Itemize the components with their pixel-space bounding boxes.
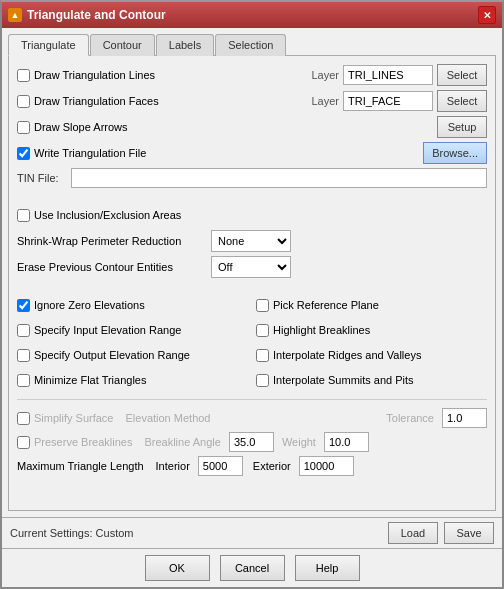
- main-window: ▲ Triangulate and Contour ✕ Triangulate …: [0, 0, 504, 589]
- setup-button[interactable]: Setup: [437, 116, 487, 138]
- checkboxes-two-col: Ignore Zero Elevations Specify Input Ele…: [17, 294, 487, 391]
- draw-slope-row: Draw Slope Arrows Setup: [17, 116, 487, 138]
- help-button[interactable]: Help: [295, 555, 360, 581]
- interpolate-summits-checkbox[interactable]: [256, 374, 269, 387]
- preserve-label: Preserve Breaklines: [34, 436, 132, 448]
- highlight-break-checkbox[interactable]: [256, 324, 269, 337]
- window-title: Triangulate and Contour: [27, 8, 166, 22]
- simplify-checkbox[interactable]: [17, 412, 30, 425]
- specify-output-row: Specify Output Elevation Range: [17, 344, 248, 366]
- interior-label: Interior: [156, 460, 190, 472]
- content-area: Triangulate Contour Labels Selection Dra…: [2, 28, 502, 517]
- tab-contour[interactable]: Contour: [90, 34, 155, 56]
- pick-ref-label: Pick Reference Plane: [273, 299, 379, 311]
- max-triangle-row: Maximum Triangle Length Interior Exterio…: [17, 456, 487, 476]
- status-text: Current Settings: Custom: [10, 527, 134, 539]
- simplify-label: Simplify Surface: [34, 412, 113, 424]
- tab-labels[interactable]: Labels: [156, 34, 214, 56]
- draw-lines-layer-input[interactable]: [343, 65, 433, 85]
- save-button[interactable]: Save: [444, 522, 494, 544]
- specify-output-label: Specify Output Elevation Range: [34, 349, 190, 361]
- shrink-wrap-dropdown[interactable]: None Low Medium High: [211, 230, 291, 252]
- ignore-zero-label: Ignore Zero Elevations: [34, 299, 145, 311]
- preserve-row: Preserve Breaklines Breakline Angle Weig…: [17, 432, 487, 452]
- tab-selection[interactable]: Selection: [215, 34, 286, 56]
- right-col: Pick Reference Plane Highlight Breakline…: [256, 294, 487, 391]
- app-icon: ▲: [8, 8, 22, 22]
- write-file-checkbox[interactable]: [17, 147, 30, 160]
- highlight-break-row: Highlight Breaklines: [256, 319, 487, 341]
- shrink-wrap-row: Shrink-Wrap Perimeter Reduction None Low…: [17, 230, 487, 252]
- tab-triangulate[interactable]: Triangulate: [8, 34, 89, 56]
- interpolate-ridges-label: Interpolate Ridges and Valleys: [273, 349, 421, 361]
- breakline-angle-label: Breakline Angle: [144, 436, 220, 448]
- interpolate-ridges-row: Interpolate Ridges and Valleys: [256, 344, 487, 366]
- browse-button[interactable]: Browse...: [423, 142, 487, 164]
- footer-buttons: OK Cancel Help: [2, 548, 502, 587]
- minimize-flat-row: Minimize Flat Triangles: [17, 369, 248, 391]
- write-file-row: Write Triangulation File Browse...: [17, 142, 487, 164]
- section-divider: [17, 399, 487, 400]
- draw-lines-label: Draw Triangulation Lines: [34, 69, 194, 81]
- draw-faces-label: Draw Triangulation Faces: [34, 95, 194, 107]
- cancel-button[interactable]: Cancel: [220, 555, 285, 581]
- inclusion-row: Use Inclusion/Exclusion Areas: [17, 204, 487, 226]
- divider2: [17, 282, 487, 290]
- minimize-flat-checkbox[interactable]: [17, 374, 30, 387]
- status-bar: Current Settings: Custom Load Save: [2, 517, 502, 548]
- specify-input-checkbox[interactable]: [17, 324, 30, 337]
- tin-file-row: TIN File:: [17, 168, 487, 188]
- title-bar-left: ▲ Triangulate and Contour: [8, 8, 166, 22]
- exterior-label: Exterior: [253, 460, 291, 472]
- ignore-zero-checkbox[interactable]: [17, 299, 30, 312]
- tin-file-input[interactable]: [71, 168, 487, 188]
- interpolate-summits-label: Interpolate Summits and Pits: [273, 374, 414, 386]
- load-button[interactable]: Load: [388, 522, 438, 544]
- specify-input-row: Specify Input Elevation Range: [17, 319, 248, 341]
- weight-input[interactable]: [324, 432, 369, 452]
- draw-faces-row: Draw Triangulation Faces Layer Select: [17, 90, 487, 112]
- draw-lines-row: Draw Triangulation Lines Layer Select: [17, 64, 487, 86]
- highlight-break-label: Highlight Breaklines: [273, 324, 370, 336]
- shrink-wrap-label: Shrink-Wrap Perimeter Reduction: [17, 235, 207, 247]
- draw-faces-layer-input[interactable]: [343, 91, 433, 111]
- draw-lines-layer-label: Layer: [311, 69, 339, 81]
- elevation-method-label: Elevation Method: [125, 412, 210, 424]
- breakline-angle-input[interactable]: [229, 432, 274, 452]
- tolerance-label: Tolerance: [386, 412, 434, 424]
- left-col: Ignore Zero Elevations Specify Input Ele…: [17, 294, 248, 391]
- draw-slope-checkbox[interactable]: [17, 121, 30, 134]
- triangulate-panel: Draw Triangulation Lines Layer Select Dr…: [8, 55, 496, 511]
- ok-button[interactable]: OK: [145, 555, 210, 581]
- simplify-row: Simplify Surface Elevation Method Tolera…: [17, 408, 487, 428]
- exterior-input[interactable]: [299, 456, 354, 476]
- draw-faces-select-button[interactable]: Select: [437, 90, 487, 112]
- specify-input-label: Specify Input Elevation Range: [34, 324, 181, 336]
- draw-lines-select-button[interactable]: Select: [437, 64, 487, 86]
- draw-slope-label: Draw Slope Arrows: [34, 121, 194, 133]
- write-file-label: Write Triangulation File: [34, 147, 194, 159]
- inclusion-label: Use Inclusion/Exclusion Areas: [34, 209, 181, 221]
- pick-ref-checkbox[interactable]: [256, 299, 269, 312]
- inclusion-checkbox[interactable]: [17, 209, 30, 222]
- interior-input[interactable]: [198, 456, 243, 476]
- interpolate-summits-row: Interpolate Summits and Pits: [256, 369, 487, 391]
- weight-label: Weight: [282, 436, 316, 448]
- draw-faces-checkbox[interactable]: [17, 95, 30, 108]
- draw-faces-layer-label: Layer: [311, 95, 339, 107]
- interpolate-ridges-checkbox[interactable]: [256, 349, 269, 362]
- load-save-area: Load Save: [388, 522, 494, 544]
- erase-label: Erase Previous Contour Entities: [17, 261, 207, 273]
- tolerance-input[interactable]: [442, 408, 487, 428]
- minimize-flat-label: Minimize Flat Triangles: [34, 374, 146, 386]
- close-button[interactable]: ✕: [478, 6, 496, 24]
- tab-bar: Triangulate Contour Labels Selection: [8, 34, 496, 56]
- pick-ref-row: Pick Reference Plane: [256, 294, 487, 316]
- draw-lines-checkbox[interactable]: [17, 69, 30, 82]
- erase-dropdown[interactable]: Off On: [211, 256, 291, 278]
- preserve-checkbox[interactable]: [17, 436, 30, 449]
- specify-output-checkbox[interactable]: [17, 349, 30, 362]
- title-bar: ▲ Triangulate and Contour ✕: [2, 2, 502, 28]
- erase-row: Erase Previous Contour Entities Off On: [17, 256, 487, 278]
- tin-file-label: TIN File:: [17, 172, 67, 184]
